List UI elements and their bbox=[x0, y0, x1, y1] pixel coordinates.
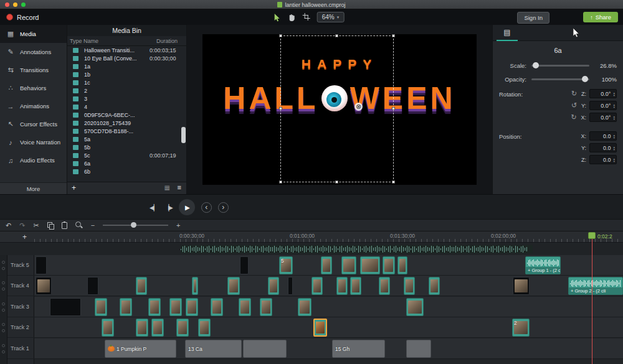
timeline-clip[interactable] bbox=[313, 319, 327, 337]
media-bin-row[interactable]: 4 bbox=[67, 103, 182, 111]
zoom-in-button[interactable]: + bbox=[176, 222, 180, 229]
add-media-button[interactable]: + bbox=[72, 184, 76, 192]
scale-slider-knob[interactable] bbox=[533, 62, 539, 68]
selection-handle[interactable] bbox=[279, 34, 282, 37]
timeline-clip[interactable] bbox=[379, 277, 390, 295]
sidebar-item-behaviors[interactable]: ∴Behaviors bbox=[0, 79, 67, 97]
sidebar-item-audio-effects[interactable]: ♫Audio Effects bbox=[0, 151, 67, 169]
track-toggle-icon[interactable] bbox=[2, 350, 5, 353]
track-toggle-icon[interactable] bbox=[2, 261, 5, 264]
timeline-clip[interactable] bbox=[312, 277, 323, 295]
timeline-clip[interactable] bbox=[268, 277, 279, 295]
timeline-ruler[interactable]: + 0:00:30;000:01:00;000:01:30;000:02:00;… bbox=[0, 231, 623, 243]
media-bin-row[interactable]: 1b bbox=[67, 70, 182, 78]
selection-handle[interactable] bbox=[279, 180, 282, 184]
timeline-clip[interactable] bbox=[186, 298, 198, 316]
timeline-clip[interactable] bbox=[87, 277, 98, 295]
play-button[interactable]: ▶ bbox=[179, 199, 195, 215]
undo-button[interactable]: ↶ bbox=[6, 222, 11, 229]
timeline-clip[interactable] bbox=[404, 277, 415, 295]
jump-forward-button[interactable]: › bbox=[218, 202, 229, 213]
canvas-zoom-dropdown[interactable]: 64% ▾ bbox=[317, 12, 345, 22]
share-button[interactable]: ↑ Share bbox=[583, 12, 618, 22]
rotate-icon[interactable]: ↻ bbox=[569, 113, 578, 121]
timeline-clip[interactable] bbox=[136, 277, 147, 295]
canvas-stage[interactable]: HAPPY HALL WEEN ⊗ bbox=[202, 34, 477, 185]
value-spinner[interactable]: 0.0°▴▾ bbox=[589, 89, 617, 98]
cut-button[interactable]: ✂ bbox=[33, 222, 39, 229]
timeline-clip[interactable] bbox=[120, 298, 132, 316]
timeline-zoom-slider[interactable] bbox=[103, 222, 168, 228]
timeline-clip[interactable] bbox=[260, 298, 272, 316]
opacity-slider[interactable] bbox=[531, 75, 589, 83]
track-toggle-icon[interactable] bbox=[2, 281, 5, 284]
scrollbar-thumb[interactable] bbox=[181, 127, 186, 143]
rotate-icon[interactable]: ↺ bbox=[570, 101, 578, 110]
next-frame-button[interactable]: ▕▶ bbox=[164, 204, 172, 211]
group-clip[interactable]: + Group 2 - (2 cli bbox=[568, 277, 623, 295]
rotate-icon[interactable]: ↻ bbox=[570, 90, 578, 98]
sidebar-more-button[interactable]: More bbox=[0, 182, 67, 194]
column-name[interactable]: Name bbox=[83, 38, 156, 44]
track-toggle-icon[interactable] bbox=[2, 302, 5, 306]
timeline-clip[interactable] bbox=[211, 298, 223, 316]
timeline-clip[interactable] bbox=[336, 277, 348, 295]
track-header[interactable]: Track 3 bbox=[7, 297, 34, 317]
timeline-clip[interactable] bbox=[102, 319, 114, 337]
spinner-arrows[interactable]: ▴▾ bbox=[612, 146, 616, 151]
value-spinner[interactable]: 0.0°▴▾ bbox=[589, 113, 617, 122]
value-spinner[interactable]: 0.0▴▾ bbox=[589, 155, 617, 164]
media-bin-row[interactable]: 10 Eye Ball (Conve...0:00:30;00 bbox=[67, 54, 182, 62]
timeline-clip[interactable] bbox=[239, 298, 251, 316]
media-bin-scrollbar[interactable] bbox=[181, 47, 186, 179]
list-view-icon[interactable]: ≡ bbox=[178, 184, 181, 191]
opacity-slider-knob[interactable] bbox=[582, 76, 588, 82]
zoom-out-button[interactable]: − bbox=[91, 222, 95, 229]
timeline-clip[interactable] bbox=[36, 277, 52, 295]
rotation-anchor-icon[interactable]: ⊗ bbox=[354, 103, 363, 111]
media-bin-row[interactable]: 6a bbox=[67, 159, 182, 167]
track-toggle-icon[interactable] bbox=[2, 323, 5, 326]
paste-button[interactable] bbox=[62, 222, 67, 229]
timeline-clip[interactable] bbox=[36, 256, 47, 274]
group-clip[interactable]: + Group 1 - (2 c bbox=[525, 256, 561, 274]
track-header[interactable]: Track 2 bbox=[7, 317, 34, 338]
media-bin-row[interactable]: 3 bbox=[67, 95, 182, 103]
timeline-clip[interactable] bbox=[169, 298, 182, 316]
timeline-overview-waveform[interactable] bbox=[181, 245, 533, 253]
track-toggle-icon[interactable] bbox=[2, 267, 5, 270]
timeline-clip[interactable] bbox=[321, 256, 332, 274]
spinner-arrows[interactable]: ▴▾ bbox=[612, 103, 616, 108]
timeline-clip[interactable]: 5 bbox=[279, 256, 293, 274]
crop-tool-icon[interactable] bbox=[303, 14, 310, 21]
timeline-clip[interactable] bbox=[198, 319, 211, 337]
timeline-clip[interactable] bbox=[406, 298, 424, 316]
timeline-clip[interactable] bbox=[136, 319, 148, 337]
text-clip[interactable]: 13 Ca bbox=[185, 340, 242, 358]
track-toggle-icon[interactable] bbox=[2, 329, 5, 332]
visual-properties-tab[interactable]: ▤ bbox=[497, 25, 518, 41]
selection-handle[interactable] bbox=[279, 107, 282, 110]
playhead-handle[interactable] bbox=[588, 232, 596, 239]
text-clip[interactable]: 1 Pumpkin P bbox=[105, 340, 176, 358]
sidebar-item-annotations[interactable]: ✎Annotations bbox=[0, 43, 67, 61]
track-toggle-icon[interactable] bbox=[2, 344, 5, 347]
timeline-clip[interactable] bbox=[227, 277, 240, 295]
scale-slider[interactable] bbox=[531, 62, 589, 69]
column-type[interactable]: Type bbox=[67, 38, 83, 44]
value-spinner[interactable]: 0.0▴▾ bbox=[589, 143, 617, 152]
media-bin-row[interactable]: 1a bbox=[67, 62, 182, 70]
select-pointer-tool[interactable] bbox=[273, 13, 281, 22]
media-bin-row[interactable]: 2 bbox=[67, 86, 182, 95]
add-track-button[interactable]: + bbox=[22, 233, 27, 241]
previous-frame-button[interactable]: ◀▏ bbox=[150, 204, 158, 211]
timeline-clip[interactable] bbox=[360, 256, 380, 274]
track-header[interactable]: Track 5 bbox=[7, 255, 34, 276]
timeline-clip[interactable] bbox=[148, 298, 161, 316]
value-spinner[interactable]: 0.0▴▾ bbox=[589, 131, 617, 141]
selection-handle[interactable] bbox=[392, 180, 395, 184]
spinner-arrows[interactable]: ▴▾ bbox=[612, 115, 616, 120]
selection-handle[interactable] bbox=[392, 107, 395, 110]
spinner-down-icon[interactable]: ▾ bbox=[613, 106, 615, 108]
text-clip[interactable] bbox=[406, 340, 431, 358]
